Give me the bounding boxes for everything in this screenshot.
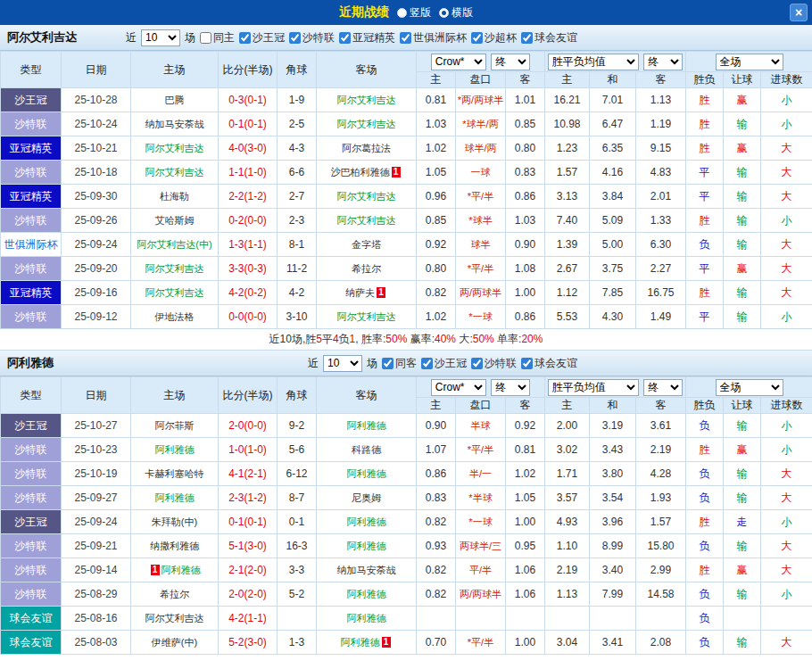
scope-select[interactable]: 全场 bbox=[716, 379, 783, 396]
filter-checkbox-3[interactable]: 球会友谊 bbox=[521, 356, 577, 371]
matches-table: 类型 日期 主场 比分(半场) 角球 客场 Crow* 终 胜平负均值 终 全场… bbox=[0, 51, 812, 329]
filter-checkbox-6[interactable]: 球会友谊 bbox=[521, 30, 577, 45]
match-type-badge: 球会友谊 bbox=[1, 607, 62, 631]
recent-count-select[interactable]: 10 bbox=[323, 355, 362, 372]
checkbox-icon[interactable] bbox=[471, 32, 483, 44]
bookmaker-select[interactable]: Crow* bbox=[431, 379, 486, 396]
filter-checkbox-3[interactable]: 亚冠精英 bbox=[339, 30, 395, 45]
scope-select[interactable]: 全场 bbox=[716, 54, 783, 70]
odds-time-select[interactable]: 终 bbox=[491, 54, 530, 70]
filter-checkbox-label: 沙王冠 bbox=[435, 356, 467, 371]
checkbox-icon[interactable] bbox=[421, 358, 433, 369]
odds-select-cell: Crow* 终 bbox=[417, 52, 545, 72]
home-team-name: 阿尔菲斯 bbox=[155, 420, 195, 431]
goals-result-cell: 大 bbox=[761, 136, 812, 161]
col-header-odds-home: 主 bbox=[417, 398, 456, 414]
match-type-badge: 沙特联 bbox=[1, 534, 62, 558]
handicap-line: *球半/两 bbox=[456, 112, 506, 136]
red-card-badge: 1 bbox=[382, 637, 391, 648]
checkbox-icon[interactable] bbox=[521, 358, 533, 369]
summary-segment: 负 bbox=[339, 333, 350, 345]
filter-checkbox-2[interactable]: 沙特联 bbox=[289, 30, 335, 45]
checkbox-icon[interactable] bbox=[400, 32, 411, 44]
home-odds: 0.83 bbox=[417, 486, 456, 510]
filter-checkbox-0[interactable]: 同客 bbox=[382, 356, 417, 371]
bookmaker-select[interactable]: Crow* bbox=[431, 54, 486, 70]
home-odds: 0.82 bbox=[417, 281, 456, 305]
away-team-cell: 阿尔艾利吉达 bbox=[317, 305, 417, 329]
filter-checkbox-label: 亚冠精英 bbox=[352, 30, 395, 45]
checkbox-icon[interactable] bbox=[339, 32, 351, 44]
checkbox-icon[interactable] bbox=[200, 32, 211, 44]
home-team-name: 朱拜勒(中) bbox=[152, 516, 197, 527]
away-team-cell: 金字塔 bbox=[317, 233, 417, 257]
filter-checkbox-1[interactable]: 沙王冠 bbox=[239, 30, 285, 45]
avg-away-odds: 2.27 bbox=[636, 257, 686, 281]
avg-draw-odds: 6.35 bbox=[590, 136, 636, 161]
table-row: 沙特联25-09-26艾哈斯姆0-2(0-0)2-3阿尔艾利吉达0.85*球半1… bbox=[1, 209, 812, 233]
filter-checkbox-0[interactable]: 同主 bbox=[200, 30, 235, 45]
filter-checkbox-1[interactable]: 沙王冠 bbox=[421, 356, 467, 371]
odds-time-select[interactable]: 终 bbox=[491, 379, 530, 396]
avg-home-odds: 3.13 bbox=[545, 185, 590, 209]
avg-select[interactable]: 胜平负均值 bbox=[548, 54, 639, 70]
checkbox-icon[interactable] bbox=[471, 358, 483, 369]
match-date: 25-09-20 bbox=[62, 257, 131, 281]
checkbox-icon[interactable] bbox=[239, 32, 251, 44]
avg-time-select[interactable]: 终 bbox=[643, 379, 683, 396]
away-team-cell: 纳萨夫1 bbox=[317, 281, 417, 305]
summary-segment: 5 bbox=[316, 333, 322, 345]
match-score: 4-2(1-1) bbox=[219, 607, 278, 631]
handicap-line: 两/两球半 bbox=[456, 281, 506, 305]
away-odds: 1.06 bbox=[506, 558, 545, 582]
match-date: 25-10-21 bbox=[62, 136, 131, 161]
avg-home-odds: 1.39 bbox=[545, 233, 590, 257]
radio-selected-icon bbox=[439, 8, 449, 18]
recent-count-select[interactable]: 10 bbox=[141, 29, 180, 46]
filter-checkbox-2[interactable]: 沙特联 bbox=[471, 356, 517, 371]
layout-radio-horizontal[interactable]: 横版 bbox=[439, 5, 473, 21]
away-odds: 0.92 bbox=[506, 414, 545, 438]
avg-select[interactable]: 胜平负均值 bbox=[548, 379, 639, 396]
result-cell: 胜 bbox=[686, 209, 724, 233]
col-header-away: 客场 bbox=[317, 377, 417, 414]
avg-time-select[interactable]: 终 bbox=[643, 54, 683, 70]
checkbox-icon[interactable] bbox=[521, 32, 533, 44]
corner-count: 16-3 bbox=[278, 534, 317, 558]
home-team-cell: 杜海勒 bbox=[131, 185, 219, 209]
col-header-score: 比分(半场) bbox=[219, 52, 278, 88]
red-card-badge: 1 bbox=[377, 287, 385, 298]
checkbox-icon[interactable] bbox=[289, 32, 301, 44]
match-date: 25-09-12 bbox=[62, 305, 131, 329]
layout-radio-vertical[interactable]: 竖版 bbox=[397, 5, 431, 21]
handicap-line: *平/半 bbox=[456, 257, 506, 281]
match-type-badge: 沙特联 bbox=[1, 209, 62, 233]
home-team-cell: 阿尔菲斯 bbox=[131, 414, 219, 438]
filter-checkbox-4[interactable]: 世俱洲际杯 bbox=[400, 30, 467, 45]
radio-horizontal-label: 横版 bbox=[452, 5, 473, 21]
home-odds: 1.03 bbox=[417, 112, 456, 136]
goals-result-cell: 小 bbox=[761, 88, 812, 112]
result-cell: 胜 bbox=[686, 88, 724, 112]
goals-result-cell: 小 bbox=[761, 510, 812, 534]
corner-count: 5-2 bbox=[278, 582, 317, 607]
match-score: 0-2(0-0) bbox=[219, 209, 278, 233]
col-header-handicap: 盘口 bbox=[456, 398, 506, 414]
goals-result-cell: 小 bbox=[761, 438, 812, 462]
checkbox-icon[interactable] bbox=[382, 358, 394, 369]
handicap-result-cell bbox=[724, 607, 761, 631]
filter-checkbox-5[interactable]: 沙超杯 bbox=[471, 30, 517, 45]
avg-home-odds: 16.21 bbox=[545, 88, 590, 112]
match-type-badge: 沙特联 bbox=[1, 462, 62, 486]
match-type-badge: 沙王冠 bbox=[1, 414, 62, 438]
home-team-cell: 阿尔艾利吉达 bbox=[131, 281, 219, 305]
col-header-date: 日期 bbox=[62, 52, 131, 88]
handicap-line: *两/两球半 bbox=[456, 88, 506, 112]
result-cell: 负 bbox=[686, 414, 724, 438]
avg-draw-odds: 3.43 bbox=[590, 438, 636, 462]
home-odds: 0.90 bbox=[417, 414, 456, 438]
result-cell: 负 bbox=[686, 607, 724, 631]
col-header-away: 客场 bbox=[317, 52, 417, 88]
close-icon[interactable]: × bbox=[790, 4, 808, 21]
match-date: 25-08-29 bbox=[62, 582, 131, 607]
